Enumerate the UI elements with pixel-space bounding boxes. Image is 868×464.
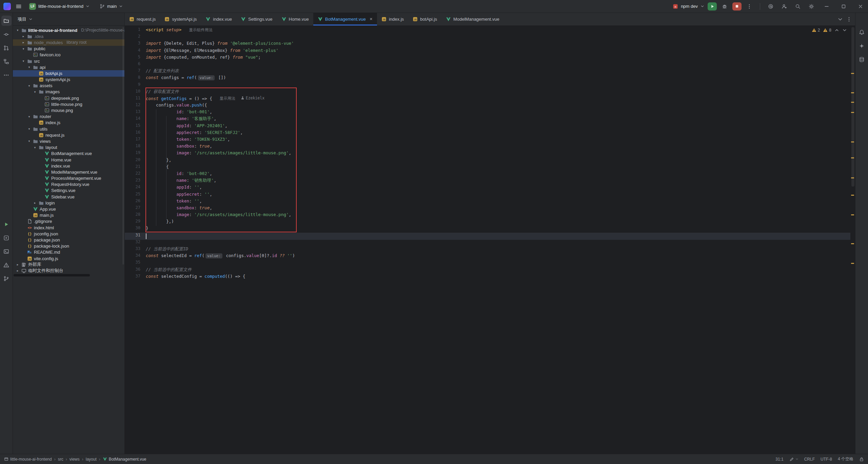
tree-item-processmanagement.vue[interactable]: ProcessManagement.vue <box>13 175 124 181</box>
tree-horizontal-scrollbar[interactable] <box>14 274 90 276</box>
line-number[interactable]: 33 <box>125 246 146 253</box>
code-line[interactable]: import {ElMessage, ElMessageBox} from 'e… <box>146 48 855 55</box>
code-line[interactable]: name: '客服助手', <box>146 116 855 123</box>
code-line[interactable]: { <box>146 164 855 171</box>
services-tool-button[interactable] <box>1 233 12 243</box>
tree-chevron[interactable]: ▸ <box>16 269 20 272</box>
code-line[interactable]: configs.value.push({ <box>146 102 855 109</box>
code-line[interactable]: }, <box>146 157 855 164</box>
stop-button[interactable] <box>732 2 742 11</box>
tab-home.vue[interactable]: Home.vue <box>277 13 313 25</box>
problems-tool-button[interactable] <box>1 260 12 270</box>
error-stripe[interactable] <box>850 26 855 454</box>
run-tool-tool-button[interactable] <box>1 219 12 229</box>
code-line[interactable]: const selectedConfig = computed(() => { <box>146 274 855 281</box>
tree-chevron[interactable]: ▾ <box>27 127 31 131</box>
tab-index.vue[interactable]: index.vue <box>201 13 236 25</box>
project-widget[interactable]: LF little-mouse-ai-frontend <box>26 2 92 11</box>
tree-item-modelmanagement.vue[interactable]: ModelManagement.vue <box>13 169 124 175</box>
project-tool-button[interactable] <box>1 16 12 26</box>
debug-button[interactable] <box>719 1 730 12</box>
line-number[interactable]: 9 <box>125 82 146 89</box>
code-vision-hint[interactable]: 显示组件用法 <box>189 27 212 32</box>
stripe-warning-mark[interactable] <box>851 73 854 74</box>
code-line[interactable]: <script setup>显示组件用法 <box>146 27 855 34</box>
tree-item-jsconfig.json[interactable]: {}jsconfig.json <box>13 231 124 237</box>
code-line[interactable]: image: '/src/assets/images/little-mouse.… <box>146 212 855 219</box>
indent-widget[interactable]: 4 个空格 <box>838 456 853 462</box>
stripe-warning-mark[interactable] <box>851 102 854 103</box>
line-number[interactable]: 26 <box>125 198 146 205</box>
line-number[interactable]: 23 <box>125 178 146 185</box>
tree-chevron[interactable]: ▸ <box>21 35 25 38</box>
commit-tool-button[interactable] <box>1 29 12 39</box>
editor[interactable]: 1234567891011121314151617181920212223242… <box>125 26 855 454</box>
tree-item-utils[interactable]: ▾utils <box>13 126 124 132</box>
more-tools-tool-button[interactable] <box>1 70 12 80</box>
stripe-warning-mark[interactable] <box>851 263 854 264</box>
tree-item-api[interactable]: ▾api <box>13 64 124 70</box>
stripe-warning-mark[interactable] <box>851 157 854 158</box>
code-line[interactable]: const getConfigs = () => {显示用法Ezekielx <box>146 96 855 102</box>
tree-item-botmanagement.vue[interactable]: BotManagement.vue <box>13 151 124 157</box>
tree-item-router[interactable]: ▾router <box>13 114 124 120</box>
code-line[interactable]: },) <box>146 219 855 226</box>
code-line[interactable]: name: '销售助理', <box>146 178 855 185</box>
tab-systemapi.js[interactable]: JSsystemApi.js <box>160 13 201 25</box>
stripe-warning-mark[interactable] <box>851 214 854 215</box>
tree-item-home.vue[interactable]: Home.vue <box>13 157 124 163</box>
pull-requests-tool-button[interactable] <box>1 43 12 53</box>
branch-widget[interactable]: main <box>97 2 125 10</box>
line-number[interactable]: 3 <box>125 41 146 47</box>
tree-chevron[interactable]: ▾ <box>21 47 25 51</box>
minimize-button[interactable] <box>819 0 834 13</box>
tree-item-views[interactable]: ▾views <box>13 138 124 144</box>
more-run-options-button[interactable] <box>744 1 755 12</box>
tree-item-images[interactable]: ▾images <box>13 89 124 95</box>
tree-chevron[interactable]: ▾ <box>27 115 31 118</box>
tree-item-login[interactable]: ▸login <box>13 200 124 206</box>
breadcrumb-item-views[interactable]: views <box>70 457 80 462</box>
line-number[interactable]: 22 <box>125 171 146 178</box>
code-line[interactable]: appSecret: 'SECRET-58FJ2', <box>146 130 855 137</box>
line-number[interactable]: 18 <box>125 143 146 150</box>
tab-modelmanagement.vue[interactable]: ModelManagement.vue <box>441 13 504 25</box>
tree-item-main.js[interactable]: JSmain.js <box>13 212 124 218</box>
hidden-tabs-chevron-icon[interactable] <box>837 17 843 22</box>
tab-options-more-icon[interactable] <box>846 17 852 22</box>
inspection-count[interactable]: 8 <box>823 28 831 33</box>
line-number[interactable]: 16 <box>125 130 146 137</box>
breadcrumb-item-botmanagement.vue[interactable]: BotManagement.vue <box>103 457 146 462</box>
line-number[interactable]: 2 <box>125 34 146 41</box>
code-line[interactable]: token: '', <box>146 198 855 205</box>
terminal-tool-button[interactable] <box>1 246 12 256</box>
line-number[interactable]: 29 <box>125 219 146 226</box>
code-line[interactable] <box>146 260 855 267</box>
code-line[interactable]: import {Delete, Edit, Plus} from '@eleme… <box>146 41 855 47</box>
line-number[interactable]: 27 <box>125 205 146 212</box>
code-line[interactable]: appId: '', <box>146 185 855 191</box>
tree-chevron[interactable]: ▾ <box>21 59 25 63</box>
tree-chevron[interactable]: ▾ <box>16 28 20 32</box>
line-number[interactable]: 14 <box>125 116 146 123</box>
structure-tool-button[interactable] <box>1 56 12 66</box>
close-button[interactable] <box>853 0 868 13</box>
line-number[interactable]: 15 <box>125 123 146 130</box>
code-line[interactable]: token: 'TOKEN-91XZ3', <box>146 137 855 143</box>
line-number[interactable]: 25 <box>125 192 146 198</box>
stripe-warning-mark[interactable] <box>851 243 854 244</box>
tree-item-settings.vue[interactable]: Settings.vue <box>13 188 124 194</box>
tree-item-src[interactable]: ▾src <box>13 58 124 64</box>
code-line[interactable]: const selectedId = ref(value: configs.va… <box>146 253 855 260</box>
breadcrumb-item-layout[interactable]: layout <box>86 457 97 462</box>
tree-item-app.vue[interactable]: App.vue <box>13 206 124 212</box>
code-line[interactable]: sandbox: true, <box>146 205 855 212</box>
line-number[interactable]: 35 <box>125 260 146 267</box>
main-menu-icon[interactable] <box>16 3 22 9</box>
tree-item-item[interactable]: ▸临时文件和控制台 <box>13 268 124 274</box>
tree-item-.idea[interactable]: ▸.idea <box>13 33 124 39</box>
tree-item-index.html[interactable]: <>index.html <box>13 225 124 231</box>
tree-vertical-scrollbar[interactable] <box>122 27 124 265</box>
line-number[interactable]: 32 <box>125 239 146 246</box>
stripe-warning-mark[interactable] <box>851 141 854 142</box>
